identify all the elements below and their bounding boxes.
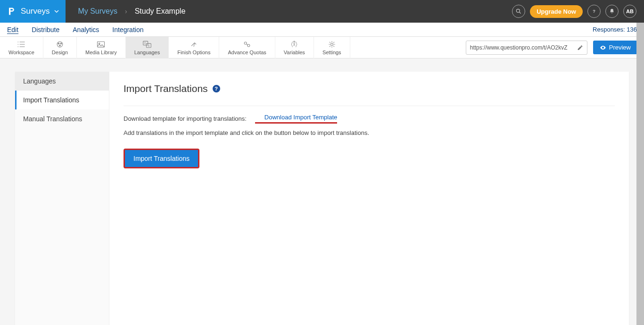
- tab-analytics[interactable]: Analytics: [73, 24, 99, 36]
- edit-icon[interactable]: [577, 44, 583, 51]
- svg-line-1: [520, 12, 521, 14]
- media-icon: [96, 40, 106, 49]
- search-icon: [515, 8, 522, 15]
- tool-workspace[interactable]: Workspace: [0, 37, 43, 58]
- bell-icon: [609, 8, 615, 15]
- upgrade-button[interactable]: Upgrade Now: [530, 5, 583, 18]
- svg-point-5: [60, 43, 62, 44]
- tab-edit[interactable]: Edit: [7, 24, 18, 36]
- scrollbar-thumb[interactable]: [636, 23, 644, 325]
- instruction-text: Add translations in the import template …: [124, 129, 615, 136]
- tool-finish[interactable]: Finish Options: [169, 37, 219, 58]
- avatar[interactable]: AB: [623, 5, 636, 18]
- breadcrumb-current: Study Example: [135, 7, 186, 16]
- tab-distribute[interactable]: Distribute: [32, 24, 59, 36]
- variables-icon: [289, 40, 299, 49]
- header-actions: Upgrade Now ? AB: [512, 5, 644, 18]
- svg-point-6: [59, 45, 61, 46]
- design-icon: [55, 40, 65, 49]
- download-template-link[interactable]: Download Import Template: [255, 114, 337, 124]
- help-button[interactable]: ?: [587, 5, 601, 18]
- search-button[interactable]: [512, 5, 525, 18]
- page-title: Import Translations ?: [124, 83, 615, 94]
- svg-text:文: 文: [144, 42, 146, 44]
- tool-languages[interactable]: 文A Languages: [126, 37, 169, 58]
- languages-sidebar: Languages Import Translations Manual Tra…: [15, 72, 109, 325]
- survey-url-input[interactable]: [470, 44, 577, 51]
- tab-integration[interactable]: Integration: [112, 24, 143, 36]
- responses-count[interactable]: Responses: 136: [593, 26, 637, 33]
- breadcrumb-parent[interactable]: My Surveys: [78, 7, 117, 16]
- tool-variables[interactable]: Variables: [275, 37, 314, 58]
- survey-url-box: [466, 41, 587, 55]
- divider: [124, 106, 615, 106]
- content-area: Languages Import Translations Manual Tra…: [0, 58, 644, 325]
- edit-toolbar: Workspace Design Media Library 文A Langua…: [0, 37, 644, 58]
- import-button-highlight: Import Translations: [124, 149, 199, 168]
- logo-icon: [7, 7, 16, 16]
- import-translations-button[interactable]: Import Translations: [125, 150, 198, 167]
- quotas-icon: [242, 40, 252, 49]
- svg-point-0: [517, 9, 520, 12]
- app-name: Surveys: [21, 7, 50, 16]
- svg-text:?: ?: [593, 9, 595, 14]
- notifications-button[interactable]: [605, 5, 619, 18]
- download-prompt: Download template for importing translat…: [124, 115, 247, 122]
- help-icon[interactable]: ?: [213, 85, 220, 92]
- tool-design[interactable]: Design: [43, 37, 77, 58]
- main-tabs: Edit Distribute Analytics Integration Re…: [0, 23, 644, 37]
- download-icon: [255, 114, 262, 121]
- scrollbar[interactable]: [636, 23, 644, 325]
- sidebar-item-manual[interactable]: Manual Translations: [15, 109, 109, 128]
- chevron-down-icon: [54, 9, 59, 14]
- preview-button[interactable]: Preview: [593, 41, 637, 54]
- breadcrumb: My Surveys › Study Example: [78, 7, 185, 16]
- svg-point-14: [248, 44, 250, 47]
- svg-point-4: [58, 43, 59, 44]
- tool-media[interactable]: Media Library: [77, 37, 126, 58]
- main-content: Import Translations ? Download template …: [109, 72, 629, 325]
- chevron-right-icon: ›: [125, 8, 127, 15]
- svg-point-8: [99, 43, 100, 44]
- finish-icon: [189, 40, 198, 49]
- download-row: Download template for importing translat…: [124, 114, 615, 124]
- sidebar-item-import[interactable]: Import Translations: [15, 91, 109, 109]
- top-header: Surveys My Surveys › Study Example Upgra…: [0, 0, 644, 23]
- svg-point-16: [330, 43, 333, 45]
- question-icon: ?: [591, 8, 597, 15]
- languages-icon: 文A: [142, 40, 152, 49]
- app-switcher[interactable]: Surveys: [0, 0, 66, 23]
- tool-quotas[interactable]: Advance Quotas: [219, 37, 275, 58]
- svg-point-15: [294, 41, 295, 42]
- sidebar-item-languages[interactable]: Languages: [15, 72, 109, 91]
- svg-text:A: A: [148, 44, 150, 47]
- tool-settings[interactable]: Settings: [314, 37, 350, 58]
- panel: Languages Import Translations Manual Tra…: [15, 72, 629, 325]
- settings-icon: [327, 40, 337, 49]
- eye-icon: [600, 44, 606, 51]
- workspace-icon: [17, 40, 26, 49]
